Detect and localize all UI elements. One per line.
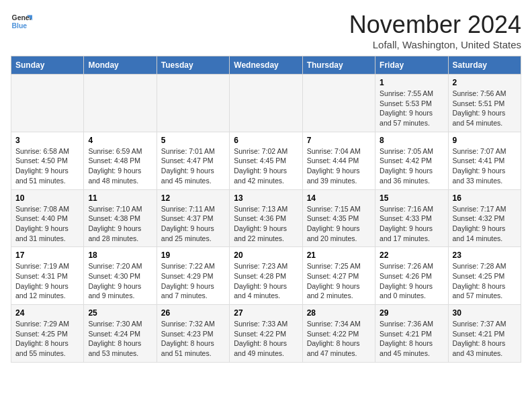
- title-block: November 2024 Lofall, Washington, United…: [349, 11, 521, 50]
- weekday-header-row: SundayMondayTuesdayWednesdayThursdayFrid…: [11, 56, 521, 75]
- day-number: 17: [15, 250, 79, 260]
- calendar-cell: 3Sunrise: 6:58 AM Sunset: 4:50 PM Daylig…: [11, 132, 84, 189]
- calendar-week-row: 1Sunrise: 7:55 AM Sunset: 5:53 PM Daylig…: [11, 75, 521, 132]
- calendar-cell: 8Sunrise: 7:05 AM Sunset: 4:42 PM Daylig…: [375, 132, 448, 189]
- day-info: Sunrise: 7:15 AM Sunset: 4:35 PM Dayligh…: [307, 204, 371, 244]
- calendar-body: 1Sunrise: 7:55 AM Sunset: 5:53 PM Daylig…: [11, 75, 521, 363]
- day-info: Sunrise: 7:33 AM Sunset: 4:22 PM Dayligh…: [234, 319, 298, 359]
- day-number: 25: [88, 308, 152, 318]
- calendar-cell: 15Sunrise: 7:16 AM Sunset: 4:33 PM Dayli…: [375, 189, 448, 247]
- day-number: 9: [453, 136, 517, 145]
- day-info: Sunrise: 6:59 AM Sunset: 4:48 PM Dayligh…: [88, 146, 152, 186]
- calendar-cell: 22Sunrise: 7:26 AM Sunset: 4:26 PM Dayli…: [375, 247, 448, 305]
- weekday-header-cell: Monday: [84, 56, 157, 75]
- calendar-cell: 2Sunrise: 7:56 AM Sunset: 5:51 PM Daylig…: [448, 75, 521, 132]
- day-number: 7: [307, 136, 371, 145]
- calendar-cell: 23Sunrise: 7:28 AM Sunset: 4:25 PM Dayli…: [448, 247, 521, 305]
- calendar-cell: [230, 75, 302, 132]
- day-number: 28: [307, 308, 371, 318]
- calendar-week-row: 10Sunrise: 7:08 AM Sunset: 4:40 PM Dayli…: [11, 189, 521, 247]
- calendar-cell: [302, 75, 375, 132]
- calendar-cell: [157, 75, 229, 132]
- day-info: Sunrise: 7:26 AM Sunset: 4:26 PM Dayligh…: [380, 261, 443, 301]
- day-number: 30: [453, 308, 517, 318]
- calendar-cell: 1Sunrise: 7:55 AM Sunset: 5:53 PM Daylig…: [375, 75, 448, 132]
- logo: General Blue: [11, 11, 32, 32]
- calendar-cell: 6Sunrise: 7:02 AM Sunset: 4:45 PM Daylig…: [230, 132, 302, 189]
- location-subtitle: Lofall, Washington, United States: [349, 39, 521, 50]
- day-number: 24: [15, 308, 79, 318]
- day-info: Sunrise: 7:56 AM Sunset: 5:51 PM Dayligh…: [453, 89, 517, 128]
- day-info: Sunrise: 7:28 AM Sunset: 4:25 PM Dayligh…: [453, 261, 517, 301]
- day-info: Sunrise: 7:17 AM Sunset: 4:32 PM Dayligh…: [453, 204, 517, 244]
- calendar-cell: [84, 75, 157, 132]
- weekday-header-cell: Sunday: [11, 56, 84, 75]
- calendar-cell: 5Sunrise: 7:01 AM Sunset: 4:47 PM Daylig…: [157, 132, 229, 189]
- day-info: Sunrise: 6:58 AM Sunset: 4:50 PM Dayligh…: [15, 146, 79, 186]
- calendar-cell: 29Sunrise: 7:36 AM Sunset: 4:21 PM Dayli…: [375, 305, 448, 363]
- day-info: Sunrise: 7:16 AM Sunset: 4:33 PM Dayligh…: [380, 204, 443, 244]
- calendar-week-row: 17Sunrise: 7:19 AM Sunset: 4:31 PM Dayli…: [11, 247, 521, 305]
- calendar-cell: 28Sunrise: 7:34 AM Sunset: 4:22 PM Dayli…: [302, 305, 375, 363]
- day-info: Sunrise: 7:34 AM Sunset: 4:22 PM Dayligh…: [307, 319, 371, 359]
- day-number: 15: [380, 193, 443, 203]
- calendar-week-row: 24Sunrise: 7:29 AM Sunset: 4:25 PM Dayli…: [11, 305, 521, 363]
- month-title: November 2024: [349, 11, 521, 39]
- day-number: 1: [380, 78, 443, 87]
- calendar-cell: 25Sunrise: 7:30 AM Sunset: 4:24 PM Dayli…: [84, 305, 157, 363]
- day-number: 29: [380, 308, 443, 318]
- day-number: 18: [88, 250, 152, 260]
- calendar-cell: 27Sunrise: 7:33 AM Sunset: 4:22 PM Dayli…: [230, 305, 302, 363]
- day-number: 13: [234, 193, 298, 203]
- day-info: Sunrise: 7:23 AM Sunset: 4:28 PM Dayligh…: [234, 261, 298, 301]
- calendar-cell: 30Sunrise: 7:37 AM Sunset: 4:21 PM Dayli…: [448, 305, 521, 363]
- day-number: 21: [307, 250, 371, 260]
- day-number: 5: [161, 136, 225, 145]
- day-info: Sunrise: 7:07 AM Sunset: 4:41 PM Dayligh…: [453, 146, 517, 186]
- day-number: 22: [380, 250, 443, 260]
- calendar-cell: 18Sunrise: 7:20 AM Sunset: 4:30 PM Dayli…: [84, 247, 157, 305]
- day-info: Sunrise: 7:37 AM Sunset: 4:21 PM Dayligh…: [453, 319, 517, 359]
- calendar-cell: 21Sunrise: 7:25 AM Sunset: 4:27 PM Dayli…: [302, 247, 375, 305]
- day-info: Sunrise: 7:36 AM Sunset: 4:21 PM Dayligh…: [380, 319, 443, 359]
- day-number: 10: [15, 193, 79, 203]
- day-number: 12: [161, 193, 225, 203]
- day-number: 6: [234, 136, 298, 145]
- calendar-week-row: 3Sunrise: 6:58 AM Sunset: 4:50 PM Daylig…: [11, 132, 521, 189]
- calendar-cell: 17Sunrise: 7:19 AM Sunset: 4:31 PM Dayli…: [11, 247, 84, 305]
- calendar-cell: 13Sunrise: 7:13 AM Sunset: 4:36 PM Dayli…: [230, 189, 302, 247]
- day-number: 3: [15, 136, 79, 145]
- weekday-header-cell: Saturday: [448, 56, 521, 75]
- weekday-header-cell: Friday: [375, 56, 448, 75]
- day-number: 19: [161, 250, 225, 260]
- calendar-cell: 26Sunrise: 7:32 AM Sunset: 4:23 PM Dayli…: [157, 305, 229, 363]
- calendar-cell: 10Sunrise: 7:08 AM Sunset: 4:40 PM Dayli…: [11, 189, 84, 247]
- calendar-cell: 9Sunrise: 7:07 AM Sunset: 4:41 PM Daylig…: [448, 132, 521, 189]
- calendar-cell: 11Sunrise: 7:10 AM Sunset: 4:38 PM Dayli…: [84, 189, 157, 247]
- day-info: Sunrise: 7:01 AM Sunset: 4:47 PM Dayligh…: [161, 146, 225, 186]
- calendar-cell: 24Sunrise: 7:29 AM Sunset: 4:25 PM Dayli…: [11, 305, 84, 363]
- day-number: 20: [234, 250, 298, 260]
- svg-text:Blue: Blue: [12, 22, 28, 30]
- day-number: 23: [453, 250, 517, 260]
- day-info: Sunrise: 7:25 AM Sunset: 4:27 PM Dayligh…: [307, 261, 371, 301]
- day-number: 26: [161, 308, 225, 318]
- day-info: Sunrise: 7:13 AM Sunset: 4:36 PM Dayligh…: [234, 204, 298, 244]
- day-info: Sunrise: 7:04 AM Sunset: 4:44 PM Dayligh…: [307, 146, 371, 186]
- calendar-cell: 4Sunrise: 6:59 AM Sunset: 4:48 PM Daylig…: [84, 132, 157, 189]
- day-number: 16: [453, 193, 517, 203]
- day-number: 2: [453, 78, 517, 87]
- day-info: Sunrise: 7:30 AM Sunset: 4:24 PM Dayligh…: [88, 319, 152, 359]
- day-info: Sunrise: 7:20 AM Sunset: 4:30 PM Dayligh…: [88, 261, 152, 301]
- day-info: Sunrise: 7:22 AM Sunset: 4:29 PM Dayligh…: [161, 261, 225, 301]
- day-info: Sunrise: 7:55 AM Sunset: 5:53 PM Dayligh…: [380, 89, 443, 128]
- logo-icon: General Blue: [11, 11, 32, 32]
- day-number: 14: [307, 193, 371, 203]
- day-info: Sunrise: 7:19 AM Sunset: 4:31 PM Dayligh…: [15, 261, 79, 301]
- day-info: Sunrise: 7:08 AM Sunset: 4:40 PM Dayligh…: [15, 204, 79, 244]
- calendar-cell: 16Sunrise: 7:17 AM Sunset: 4:32 PM Dayli…: [448, 189, 521, 247]
- calendar-cell: 7Sunrise: 7:04 AM Sunset: 4:44 PM Daylig…: [302, 132, 375, 189]
- weekday-header-cell: Tuesday: [157, 56, 229, 75]
- day-info: Sunrise: 7:05 AM Sunset: 4:42 PM Dayligh…: [380, 146, 443, 186]
- day-number: 8: [380, 136, 443, 145]
